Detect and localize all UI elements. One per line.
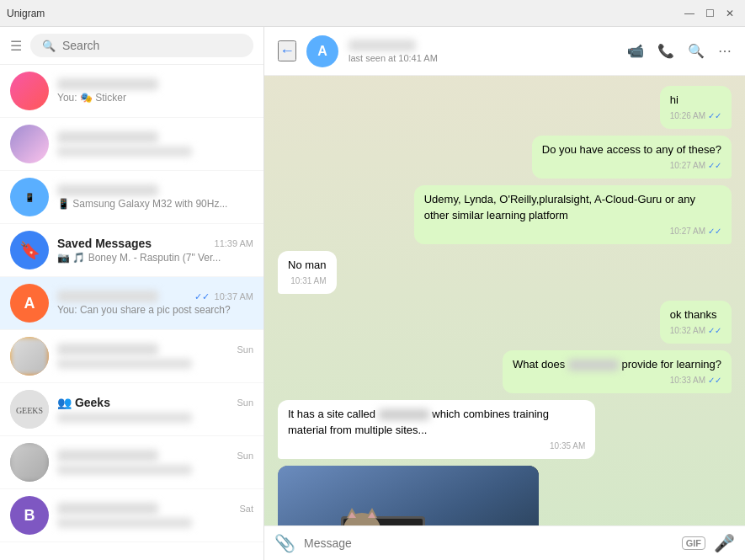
hamburger-icon[interactable]: ☰ [10,38,22,54]
chat-preview-blur [57,465,192,475]
avatar [10,72,49,110]
chat-item[interactable]: You: 🎭 Sticker [0,65,263,118]
chat-name-blur [57,291,158,302]
attach-button[interactable]: 📎 [274,533,295,553]
message-row: No man 10:31 AM [278,251,732,294]
bubble-meta: 10:31 AM [288,275,327,287]
more-options-button[interactable]: ⋯ [718,43,732,59]
message-row: Udemy, Lynda, O'Reilly,pluralsight, A-Cl… [278,185,732,243]
chat-time: 11:39 AM [215,238,253,248]
message-time: 10:26 AM [670,110,705,122]
message-time: 10:35 AM [550,440,585,452]
message-time: 10:27 AM [670,226,705,237]
header-actions: 📹 📞 🔍 ⋯ [627,43,732,59]
chat-preview: 📱 Samsung Galaxy M32 with 90Hz... [57,198,253,210]
message-input-area: 📎 GIF 🎤 [264,525,745,560]
voice-call-button[interactable]: 📞 [657,43,674,59]
message-input[interactable] [304,536,673,550]
chat-time: Sun [237,397,253,408]
chat-top [57,78,253,90]
chat-top: Sun [57,450,253,461]
video-call-button[interactable]: 📹 [627,43,644,59]
search-bar: ☰ 🔍 [0,27,263,65]
avatar [10,337,49,376]
header-avatar: A [306,35,338,67]
chat-preview: You: Can you share a pic post search? [57,304,253,316]
chat-item-active[interactable]: A ✓✓ 10:37 AM You: Can you share a pic p… [0,277,263,330]
message-time: 10:33 AM [670,375,705,387]
read-tick-icon: ✓✓ [708,375,721,387]
message-bubble: Udemy, Lynda, O'Reilly,pluralsight, A-Cl… [414,185,732,243]
message-row: Do you have access to any of these? 10:2… [278,136,732,179]
chat-item[interactable]: 📱 📱 Samsung Galaxy M32 with 90Hz... [0,171,263,224]
message-text: Do you have access to any of these? [542,143,721,156]
avatar: B [10,496,49,535]
message-time: 10:27 AM [670,160,705,172]
gif-button[interactable]: GIF [682,536,705,550]
chat-name: 👥 Geeks [57,396,110,409]
chat-info: 👥 Geeks Sun [57,396,253,423]
chat-info: 📱 Samsung Galaxy M32 with 90Hz... [57,184,253,210]
chat-item[interactable]: B Sat [0,489,263,542]
message-row: GIF [278,466,732,525]
chat-name-blur [57,184,158,196]
message-text: hi [670,93,678,106]
chat-area: ← A last seen at 10:41 AM 📹 📞 🔍 ⋯ hi 10:… [264,27,745,560]
avatar [10,443,49,482]
chat-info: Sat [57,503,253,528]
message-bubble: ok thanks 10:32 AM ✓✓ [660,301,732,344]
chat-item[interactable]: 👥 Geeks Sun [0,383,263,436]
chat-preview-blur [57,413,192,423]
chat-preview-blur [57,518,192,528]
search-input-wrap: 🔍 [30,34,253,57]
chat-preview: 📷 🎵 Boney M. - Rasputin (7" Ver... [57,252,253,264]
header-info: last seen at 10:41 AM [349,40,617,63]
bubble-meta: 10:33 AM ✓✓ [513,375,721,387]
close-button[interactable]: ✕ [721,5,738,22]
chat-top: Saved Messages 11:39 AM [57,237,253,250]
avatar: 🔖 [10,231,49,269]
message-time: 10:32 AM [670,325,705,337]
message-row: ok thanks 10:32 AM ✓✓ [278,301,732,344]
bubble-meta: 10:27 AM ✓✓ [424,226,721,237]
back-button[interactable]: ← [278,40,296,61]
titlebar: Unigram — ☐ ✕ [0,0,745,27]
avatar: A [10,284,49,323]
mic-button[interactable]: 🎤 [714,533,735,553]
search-button[interactable]: 🔍 [688,43,705,59]
minimize-button[interactable]: — [681,5,698,22]
chat-name-blur [57,131,158,143]
chat-item[interactable]: Sun [0,330,263,383]
chat-info [57,131,253,157]
message-text: Udemy, Lynda, O'Reilly,pluralsight, A-Cl… [424,193,695,221]
bubble-meta: 10:26 AM ✓✓ [670,110,721,122]
blurred-word [568,360,619,371]
message-time: 10:31 AM [290,275,326,287]
chat-name-blur [57,344,158,355]
chat-item[interactable]: Sun [0,436,263,489]
blurred-word [379,409,429,420]
chat-item[interactable]: 🔖 Saved Messages 11:39 AM 📷 🎵 Boney M. -… [0,224,263,277]
window-controls: — ☐ ✕ [681,5,738,22]
chat-preview-blur [57,359,192,369]
read-tick-icon: ✓✓ [708,226,721,237]
read-tick-icon: ✓✓ [708,325,721,337]
chat-name: Saved Messages [57,237,152,250]
message-bubble: No man 10:31 AM [278,251,337,294]
chat-name-blur [57,503,158,515]
chat-info: Sun [57,344,253,369]
chat-preview-blur [57,147,192,157]
message-bubble: hi 10:26 AM ✓✓ [660,86,732,129]
maximize-button[interactable]: ☐ [701,5,718,22]
message-row: What does provide for learning? 10:33 AM… [278,350,732,393]
chat-header: ← A last seen at 10:41 AM 📹 📞 🔍 ⋯ [264,27,745,76]
chat-top: Sun [57,344,253,355]
sidebar: ☰ 🔍 You: 🎭 Sticker [0,27,264,560]
chat-name-blur [57,78,158,90]
avatar [10,125,49,163]
message-bubble: Do you have access to any of these? 10:2… [532,136,732,179]
search-input[interactable] [62,39,242,52]
chat-item[interactable] [0,118,263,171]
bubble-meta: 10:32 AM ✓✓ [670,325,721,337]
message-text: What does provide for learning? [513,358,721,371]
